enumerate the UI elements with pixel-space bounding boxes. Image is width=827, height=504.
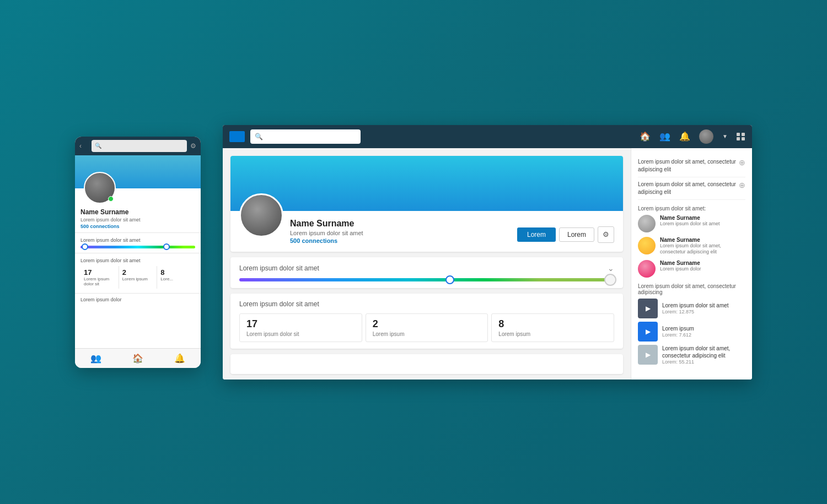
stat-2-label: Lorem ipsum — [373, 331, 481, 337]
profile-avatar-wrap — [239, 193, 283, 237]
sidebar-person-row-2: Name Surname Lorem ipsum dolor sit amet,… — [638, 237, 745, 256]
slider-header: Lorem ipsum dolor sit amet ⌄ — [239, 264, 614, 273]
sidebar-media-1-sub: Lorem: 12.875 — [662, 309, 729, 315]
slider-label: Lorem ipsum dolor sit amet — [239, 264, 319, 272]
mobile-nav-people-icon[interactable]: 👥 — [90, 353, 101, 364]
slider-chevron-icon[interactable]: ⌄ — [608, 264, 614, 273]
nav-search-icon: 🔍 — [255, 133, 263, 140]
profile-actions: Lorem Lorem ⚙ — [517, 215, 614, 243]
nav-search-bar[interactable]: 🔍 — [250, 129, 361, 144]
mobile-nav-bell-icon[interactable]: 🔔 — [174, 353, 185, 364]
profile-cover-photo — [230, 156, 623, 211]
sidebar-media-2-title: Lorem ipsum — [662, 325, 694, 332]
sidebar-person-3-name[interactable]: Name Surname — [660, 260, 701, 266]
mobile-stat-3-label: Lore... — [160, 277, 192, 281]
profile-description: Lorem ipsum dolor sit amet — [290, 230, 511, 236]
sidebar-person-row-1: Name Surname Lorem ipsum dolor sit amet — [638, 215, 745, 232]
message-button[interactable]: Lorem — [559, 227, 594, 242]
sidebar-media-2-info: Lorem ipsum Lorem: 7.612 — [662, 325, 694, 338]
sidebar-person-1-name[interactable]: Name Surname — [660, 215, 720, 221]
nav-home-icon[interactable]: 🏠 — [640, 131, 651, 142]
sidebar-person-2-name[interactable]: Name Surname — [660, 237, 745, 243]
mobile-nav-home-icon[interactable]: 🏠 — [132, 353, 143, 364]
mobile-slider-thumb-left[interactable] — [82, 243, 88, 250]
profile-avatar — [239, 193, 283, 237]
stats-section: Lorem ipsum dolor sit amet 17 Lorem ipsu… — [230, 294, 623, 349]
profile-connections[interactable]: 500 connections — [290, 237, 511, 244]
mobile-stat-2-label: Lorem ipsum — [122, 277, 154, 281]
nav-people-icon[interactable]: 👥 — [659, 131, 670, 142]
online-status-dot — [108, 196, 114, 202]
nav-logo[interactable] — [229, 131, 245, 142]
mobile-bottom-section: Lorem ipsum dolor — [75, 294, 201, 306]
stat-1-label: Lorem ipsum dolor sit — [246, 331, 355, 337]
mobile-stats-row: 17 Lorem ipsum dolor sit 2 Lorem ipsum 8… — [80, 266, 195, 289]
nav-search-input[interactable] — [265, 133, 356, 140]
mobile-device: ‹ 🔍 ⚙ Name Surname Lorem ipsum dolor sit… — [75, 137, 201, 368]
mobile-stat-3: 8 Lore... — [157, 266, 195, 289]
nav-grid-icon[interactable] — [737, 133, 745, 140]
stats-row: 17 Lorem ipsum dolor sit 2 Lorem ipsum 8… — [239, 313, 614, 342]
mobile-stat-3-num: 8 — [160, 268, 192, 277]
sidebar-item-1-add-icon[interactable]: ⊕ — [739, 158, 745, 167]
mobile-stat-2: 2 Lorem ipsum — [119, 266, 158, 289]
scene: ‹ 🔍 ⚙ Name Surname Lorem ipsum dolor sit… — [42, 92, 785, 413]
stat-box-1: 17 Lorem ipsum dolor sit — [239, 313, 362, 342]
settings-gear-button[interactable]: ⚙ — [598, 226, 614, 243]
nav-grid-dot-3 — [737, 137, 740, 140]
stat-2-number: 2 — [373, 318, 481, 330]
mobile-slider-track[interactable] — [80, 246, 195, 248]
sidebar-media-1-title: Lorem ipsum dolor sit amet — [662, 302, 729, 309]
mobile-stats-section: Lorem ipsum dolor sit amet 17 Lorem ipsu… — [75, 253, 201, 294]
sidebar-section-1-title: Lorem ipsum dolor sit amet: — [638, 205, 745, 212]
back-icon[interactable]: ‹ — [79, 142, 88, 150]
nav-bell-icon[interactable]: 🔔 — [679, 131, 690, 142]
desktop-body: Name Surname Lorem ipsum dolor sit amet … — [223, 148, 752, 380]
mobile-slider-section: Lorem ipsum dolor sit amet — [75, 233, 201, 253]
slider-end-indicator — [604, 274, 616, 286]
slider-track[interactable] — [239, 278, 614, 281]
sidebar-media-1-info: Lorem ipsum dolor sit amet Lorem: 12.875 — [662, 302, 729, 315]
mobile-avatar — [84, 172, 116, 204]
sidebar-media-3-info: Lorem ipsum dolor sit amet, consectetur … — [662, 345, 745, 365]
desktop-navbar: 🔍 🏠 👥 🔔 ▼ — [223, 125, 752, 148]
slider-thumb[interactable] — [445, 275, 454, 284]
sidebar-media-1-thumb[interactable]: ▶ — [638, 299, 658, 318]
connect-button[interactable]: Lorem — [517, 227, 556, 242]
sidebar-section-2-title: Lorem ipsum dolor sit amet, consectetur … — [638, 283, 745, 295]
mobile-profile-subtitle: Lorem ipsum dolor sit amet — [80, 217, 195, 223]
sidebar-person-1-info: Name Surname Lorem ipsum dolor sit amet — [660, 215, 720, 227]
nav-chevron-icon[interactable]: ▼ — [722, 133, 728, 139]
mobile-search-bar[interactable]: 🔍 — [92, 140, 187, 152]
mobile-stat-2-num: 2 — [122, 268, 154, 277]
sidebar-item-1: Lorem ipsum dolor sit amet, consectetur … — [638, 155, 745, 177]
search-icon: 🔍 — [95, 143, 101, 149]
sidebar-media-3-thumb[interactable]: ▶ — [638, 345, 658, 365]
mobile-slider-thumb-right[interactable] — [163, 243, 170, 250]
sidebar-person-3-info: Name Surname Lorem ipsum dolor — [660, 260, 701, 273]
gear-icon[interactable]: ⚙ — [190, 142, 196, 150]
nav-avatar[interactable] — [699, 129, 713, 144]
mobile-avatar-wrap — [84, 172, 116, 204]
sidebar-item-2: Lorem ipsum dolor sit amet, consectetur … — [638, 177, 745, 200]
sidebar-media-3-sub: Lorem: 55.211 — [662, 359, 745, 365]
nav-grid-dot-4 — [742, 137, 745, 140]
stat-box-2: 2 Lorem ipsum — [366, 313, 488, 342]
mobile-connections-count[interactable]: 500 connections — [80, 224, 195, 229]
desktop-main: Name Surname Lorem ipsum dolor sit amet … — [223, 148, 631, 380]
mobile-nav-bar: 👥 🏠 🔔 — [75, 348, 201, 368]
play-icon-3: ▶ — [646, 351, 651, 359]
desktop-device: 🔍 🏠 👥 🔔 ▼ — [223, 125, 752, 380]
sidebar-item-1-text: Lorem ipsum dolor sit amet, consectetur … — [638, 158, 737, 174]
sidebar-media-2-thumb[interactable]: ▶ — [638, 322, 658, 342]
mobile-cover-photo — [75, 155, 201, 188]
mobile-stat-1: 17 Lorem ipsum dolor sit — [80, 266, 119, 289]
sidebar-media-3-title: Lorem ipsum dolor sit amet, consectetur … — [662, 345, 745, 359]
mobile-profile-name: Name Surname — [80, 208, 195, 216]
mobile-search-input[interactable] — [101, 143, 184, 149]
mobile-topbar: ‹ 🔍 ⚙ — [75, 137, 201, 155]
sidebar-person-1-avatar — [638, 215, 656, 232]
mobile-profile-info: Name Surname Lorem ipsum dolor sit amet … — [75, 208, 201, 233]
profile-name: Name Surname — [290, 219, 511, 229]
sidebar-item-2-add-icon[interactable]: ⊕ — [739, 181, 745, 189]
